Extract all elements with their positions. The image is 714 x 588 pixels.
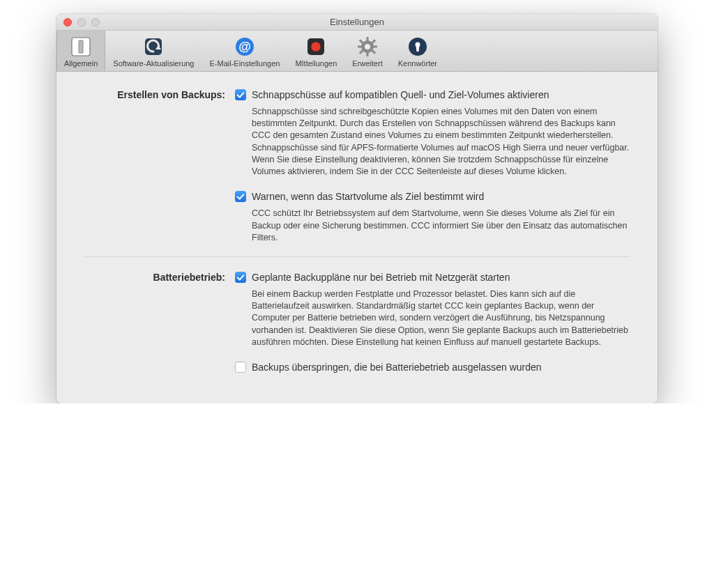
option-snapshots: Schnappschüsse auf kompatiblen Quell- un… [235,88,630,178]
tab-notifications[interactable]: MItteilungen [287,31,344,71]
record-icon [305,36,327,58]
software-update-icon [142,36,165,58]
tab-software-update[interactable]: Software-Aktualisierung [105,31,202,71]
option-desc: Schnappschüsse sind schreibgeschützte Ko… [235,106,630,178]
section-label-battery: Batteriebetrieb: [84,271,235,283]
window-title: Einstellungen [56,17,658,27]
svg-rect-1 [79,40,83,53]
option-skip-missed: Backups überspringen, die bei Batteriebe… [235,361,630,374]
toolbar: Allgemein Software-Aktualisierung @ E-Ma… [56,31,658,72]
section-label-backups: Erstellen von Backups: [84,88,235,100]
option-title: Backups überspringen, die bei Batteriebe… [252,361,542,374]
svg-rect-13 [373,46,377,48]
option-title: Geplante Backuppläne nur bei Betrieb mit… [252,271,510,284]
tab-general[interactable]: Allgemein [56,31,105,71]
titlebar: Einstellungen [56,14,658,31]
tab-passwords[interactable]: Kennwörter [390,31,445,71]
tab-label: MItteilungen [295,59,337,68]
divider [84,256,630,257]
general-icon [70,36,92,58]
tab-email[interactable]: @ E-Mail-Einstellungen [202,31,287,71]
section-battery: Batteriebetrieb: Geplante Backuppläne nu… [84,271,630,378]
section-backups: Erstellen von Backups: Schnappschüsse au… [84,88,630,244]
option-desc: CCC schützt Ihr Betriebssystem auf dem S… [235,208,630,244]
option-ac-only: Geplante Backuppläne nur bei Betrieb mit… [235,271,630,348]
tab-advanced[interactable]: Erweitert [344,31,390,71]
checkbox-skip-missed[interactable] [235,362,246,373]
svg-point-18 [365,44,370,49]
tab-label: Allgemein [64,59,98,68]
content-area: Erstellen von Backups: Schnappschüsse au… [56,72,658,403]
at-sign-icon: @ [234,36,256,58]
svg-rect-12 [358,46,362,48]
option-desc: Bei einem Backup werden Festplatte und P… [235,288,630,348]
tab-label: Kennwörter [398,59,437,68]
tab-label: E-Mail-Einstellungen [209,59,280,68]
tab-label: Software-Aktualisierung [113,59,194,68]
option-title: Warnen, wenn das Startvolume als Ziel be… [252,190,484,203]
checkbox-snapshots[interactable] [235,89,246,100]
svg-text:@: @ [238,40,251,54]
gear-icon [356,36,379,58]
checkbox-warn-startvolume[interactable] [235,191,246,202]
tab-label: Erweitert [352,59,382,68]
svg-rect-11 [367,52,369,56]
preferences-window: Einstellungen Allgemein Software-Aktuali… [56,14,658,403]
keyhole-icon [407,36,429,58]
option-warn-startvolume: Warnen, wenn das Startvolume als Ziel be… [235,190,630,244]
option-title: Schnappschüsse auf kompatiblen Quell- un… [252,88,549,102]
checkbox-ac-only[interactable] [235,272,246,283]
svg-rect-10 [367,37,369,41]
